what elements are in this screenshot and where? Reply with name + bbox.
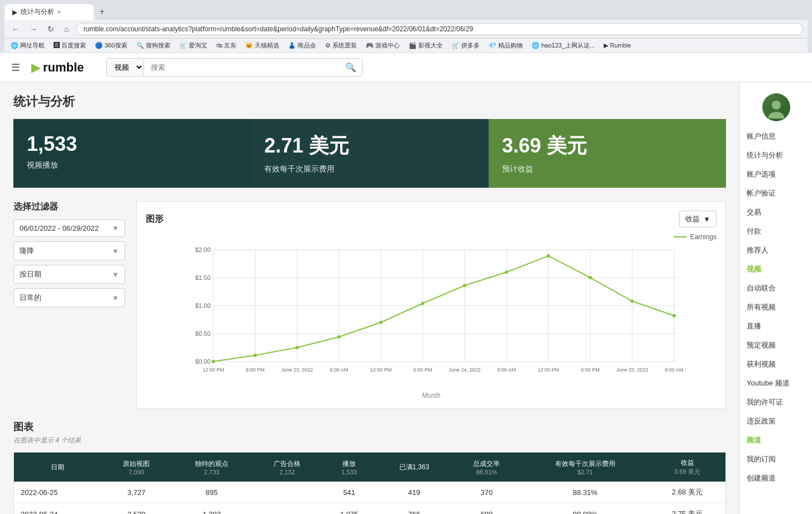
filter-title: 选择过滤器 bbox=[13, 201, 125, 213]
bookmark-tmall[interactable]: 🐱 天猫精选 bbox=[243, 41, 281, 50]
url-input[interactable]: rumble.com/account/stats-analytics?platf… bbox=[76, 23, 803, 35]
hamburger-icon[interactable]: ☰ bbox=[11, 61, 20, 74]
row1-plays: 541 bbox=[322, 482, 376, 503]
search-input[interactable] bbox=[144, 60, 340, 75]
tab-bar: ▶ 统计与分析 × + bbox=[4, 3, 808, 20]
sidebar-item-auto-syndication[interactable]: 自动联合 bbox=[740, 279, 812, 298]
sort-filter[interactable]: 按日期 ▼ bbox=[13, 265, 125, 284]
sidebar-item-licenses[interactable]: 我的许可证 bbox=[740, 393, 812, 412]
sidebar-item-youtube[interactable]: Youtube 频道 bbox=[740, 374, 812, 393]
filter-panel: 选择过滤器 06/01/2022 - 06/29/2022 ▼ 隆降 ▼ 按日期… bbox=[13, 201, 136, 409]
logo[interactable]: ▶ rumble bbox=[31, 60, 84, 75]
col-header-conversion: 总成交率 88.91% bbox=[452, 453, 522, 482]
period-filter[interactable]: 日常的 ▼ bbox=[13, 288, 125, 307]
address-bar: ← → ↻ ⌂ rumble.com/account/stats-analyti… bbox=[4, 20, 808, 39]
col-header-raw-views: 原始视图 7,090 bbox=[102, 453, 171, 482]
bookmark-taobao[interactable]: 🛒 爱淘宝 bbox=[178, 41, 209, 50]
bookmark-sys[interactable]: ⚙ 系统置装 bbox=[323, 41, 359, 50]
svg-point-42 bbox=[547, 254, 550, 258]
search-category-select[interactable]: 视频 bbox=[107, 59, 144, 75]
bookmark-nav[interactable]: 🌐 网址导航 bbox=[9, 41, 46, 50]
chart-title: 图形 bbox=[146, 213, 164, 225]
sidebar-item-account-options[interactable]: 账户选项 bbox=[740, 165, 812, 184]
sidebar-item-all-videos[interactable]: 所有视频 bbox=[740, 298, 812, 317]
stat-views-value: 1,533 bbox=[27, 132, 237, 156]
search-button[interactable]: 🔍 bbox=[340, 59, 362, 76]
platform-filter[interactable]: 隆降 ▼ bbox=[13, 241, 125, 260]
col-header-ecpm: 有效每千次展示费用 $2.71 bbox=[522, 453, 649, 482]
bookmark-movies[interactable]: 🎬 影视大全 bbox=[407, 41, 445, 50]
bookmark-rumble[interactable]: ▶ Rumble bbox=[602, 41, 633, 50]
bookmark-pdd[interactable]: 🛒 拼多多 bbox=[450, 41, 481, 50]
col-header-plays: 播放 1,533 bbox=[322, 453, 376, 482]
stat-revenue-value: 3.69 美元 bbox=[502, 132, 713, 160]
bookmark-games[interactable]: 🎮 游戏中心 bbox=[364, 41, 402, 50]
sidebar-item-livestream[interactable]: 直播 bbox=[740, 317, 812, 336]
row2-filled: 766 bbox=[376, 503, 452, 515]
sidebar-item-subscriptions[interactable]: 我的订阅 bbox=[740, 450, 812, 469]
svg-text:$1.00: $1.00 bbox=[195, 302, 211, 309]
row2-plays: 1,075 bbox=[322, 503, 376, 515]
tab-favicon: ▶ bbox=[12, 8, 17, 16]
table-title: 图表 bbox=[13, 420, 726, 434]
stat-revenue-label: 预计收益 bbox=[502, 164, 713, 174]
row1-conversion: 88.31% bbox=[522, 482, 649, 503]
svg-text:June 25, 2022: June 25, 2022 bbox=[616, 367, 648, 373]
date-range-filter[interactable]: 06/01/2022 - 06/29/2022 ▼ bbox=[13, 220, 125, 237]
chart-type-arrow: ▼ bbox=[703, 215, 710, 223]
back-btn[interactable]: ← bbox=[9, 23, 22, 35]
refresh-btn[interactable]: ↻ bbox=[45, 23, 57, 35]
svg-point-35 bbox=[254, 354, 257, 357]
logo-text: rumble bbox=[43, 60, 84, 75]
sidebar-item-videos[interactable]: 视频 bbox=[740, 260, 812, 279]
sidebar-item-create-channel[interactable]: 创建频道 bbox=[740, 469, 812, 488]
platform-value: 隆降 bbox=[20, 246, 34, 256]
chart-header: 图形 收益 ▼ bbox=[146, 211, 717, 227]
svg-point-40 bbox=[463, 284, 466, 287]
bookmark-shop[interactable]: 💎 精品购物 bbox=[487, 41, 524, 50]
row2-unique-views: 1,302 bbox=[171, 503, 252, 515]
svg-point-34 bbox=[212, 360, 215, 363]
active-tab[interactable]: ▶ 统计与分析 × bbox=[4, 4, 94, 20]
sidebar-item-payments[interactable]: 付款 bbox=[740, 222, 812, 241]
svg-text:6:00 PM: 6:00 PM bbox=[246, 367, 265, 373]
sidebar-item-transactions[interactable]: 交易 bbox=[740, 203, 812, 222]
svg-text:6:00 AM: 6:00 AM bbox=[665, 367, 683, 373]
sidebar-item-policy[interactable]: 违反政策 bbox=[740, 412, 812, 431]
sidebar-item-account-verify[interactable]: 帐户验证 bbox=[740, 184, 812, 203]
sort-arrow: ▼ bbox=[112, 270, 119, 279]
sidebar-item-stats[interactable]: 统计与分析 bbox=[740, 146, 812, 165]
bookmark-baidu[interactable]: 🅱 百度搜索 bbox=[52, 41, 88, 50]
bookmark-360[interactable]: 🔵 360搜索 bbox=[93, 41, 128, 50]
sidebar-item-channel[interactable]: 频道 bbox=[740, 431, 812, 450]
sidebar-item-referrals[interactable]: 推荐人 bbox=[740, 241, 812, 260]
svg-text:12:00 PM: 12:00 PM bbox=[203, 367, 225, 373]
tab-close-btn[interactable]: × bbox=[58, 9, 61, 15]
bookmark-hao123[interactable]: 🌐 hao123_上网从这... bbox=[530, 41, 596, 50]
bookmarks-bar: 🌐 网址导航 🅱 百度搜索 🔵 360搜索 🔍 搜狗搜索 🛒 爱淘宝 🛍 京东 … bbox=[4, 39, 808, 53]
main-content: 统计与分析 1,533 视频播放 2.71 美元 有效每千次展示费用 3.69 … bbox=[0, 82, 739, 514]
sidebar-item-scheduled[interactable]: 预定视频 bbox=[740, 336, 812, 355]
data-table: 日期 原始视图 7,090 独特的观点 2,733 广告合格 2,132 bbox=[13, 452, 726, 514]
row1-unique-views: 895 bbox=[171, 482, 252, 503]
period-arrow: ▼ bbox=[112, 294, 119, 302]
chart-panel: 图形 收益 ▼ Earnings bbox=[136, 201, 726, 409]
forward-btn[interactable]: → bbox=[27, 23, 40, 35]
sidebar-item-account-info[interactable]: 账户信息 bbox=[740, 127, 812, 146]
svg-text:12:00 PM: 12:00 PM bbox=[370, 367, 392, 373]
bookmark-jd[interactable]: 🛍 京东 bbox=[214, 41, 238, 50]
row1-ecpm: 2.68 美元 bbox=[649, 482, 725, 503]
row2-fill-rate: 690 bbox=[452, 503, 522, 515]
bookmark-sogou[interactable]: 🔍 搜狗搜索 bbox=[135, 41, 172, 50]
svg-text:6:00 PM: 6:00 PM bbox=[413, 367, 432, 373]
table-header: 日期 原始视图 7,090 独特的观点 2,733 广告合格 2,132 bbox=[14, 453, 726, 482]
chart-type-value: 收益 bbox=[685, 214, 700, 224]
sidebar-item-monetized[interactable]: 获利视频 bbox=[740, 355, 812, 374]
home-btn[interactable]: ⌂ bbox=[61, 23, 71, 35]
row2-ecpm: 2.75 美元 bbox=[649, 503, 725, 515]
chart-type-select[interactable]: 收益 ▼ bbox=[679, 211, 717, 227]
svg-point-38 bbox=[379, 321, 383, 324]
new-tab-btn[interactable]: + bbox=[94, 3, 110, 20]
date-range-value: 06/01/2022 - 06/29/2022 bbox=[20, 224, 99, 232]
bookmark-vipshop[interactable]: 👗 唯品会 bbox=[286, 41, 318, 50]
